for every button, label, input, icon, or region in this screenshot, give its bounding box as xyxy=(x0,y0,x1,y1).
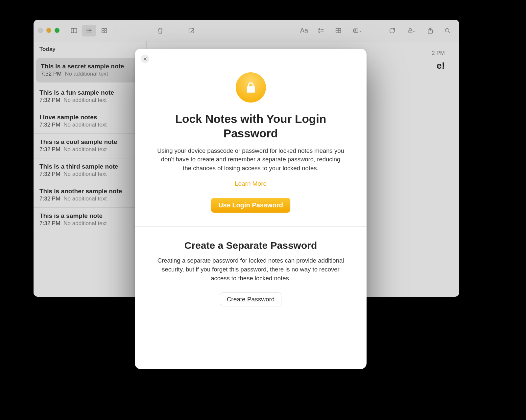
note-title-fragment: e! xyxy=(437,60,445,71)
note-item-subline: 7:32 PMNo additional text xyxy=(41,71,139,77)
toolbar-separator xyxy=(116,26,116,35)
list-heading: Today xyxy=(34,41,146,56)
note-item-title: I love sample notes xyxy=(39,114,140,121)
svg-rect-20 xyxy=(354,29,358,32)
link-note-icon[interactable] xyxy=(385,25,399,36)
note-item-time: 7:32 PM xyxy=(39,171,60,177)
fullscreen-window-dot[interactable] xyxy=(55,28,60,33)
note-item-time: 7:32 PM xyxy=(39,97,60,104)
traffic-lights xyxy=(38,28,60,33)
note-item-subline: 7:32 PMNo additional text xyxy=(39,171,140,177)
svg-rect-0 xyxy=(71,28,77,33)
svg-line-27 xyxy=(449,32,450,33)
note-date: 2 PM xyxy=(432,50,445,57)
note-item-preview: No additional text xyxy=(63,122,107,128)
svg-rect-8 xyxy=(102,28,104,30)
note-list-item[interactable]: This is a sample note7:32 PMNo additiona… xyxy=(34,208,146,232)
note-list-item[interactable]: This is another sample note7:32 PMNo add… xyxy=(34,183,146,208)
note-item-title: This is a secret sample note xyxy=(41,63,139,70)
list-view-icon[interactable] xyxy=(82,25,96,36)
note-item-preview: No additional text xyxy=(63,220,107,227)
trash-icon[interactable] xyxy=(153,25,168,36)
note-list-item[interactable]: This is a cool sample note7:32 PMNo addi… xyxy=(34,134,146,158)
note-item-time: 7:32 PM xyxy=(39,146,60,153)
svg-point-22 xyxy=(390,28,395,33)
note-item-preview: No additional text xyxy=(63,97,107,104)
notes-list-column: Today This is a secret sample note7:32 P… xyxy=(34,41,147,297)
compose-icon[interactable] xyxy=(184,25,199,36)
format-text-icon[interactable]: Aa xyxy=(297,25,311,36)
sheet-divider xyxy=(135,226,367,227)
svg-point-4 xyxy=(86,32,87,33)
gallery-view-icon[interactable] xyxy=(97,25,111,36)
note-list-item[interactable]: This is a third sample note7:32 PMNo add… xyxy=(34,158,146,183)
svg-rect-9 xyxy=(105,28,107,30)
note-item-preview: No additional text xyxy=(63,196,107,202)
sheet-heading-1: Lock Notes with Your Login Password xyxy=(153,112,348,141)
learn-more-link[interactable]: Learn More xyxy=(153,180,348,187)
checklist-icon[interactable] xyxy=(314,25,328,36)
note-item-subline: 7:32 PMNo additional text xyxy=(39,196,140,202)
note-item-preview: No additional text xyxy=(65,71,108,77)
lock-notes-sheet: Lock Notes with Your Login Password Usin… xyxy=(135,49,367,369)
minimize-window-dot[interactable] xyxy=(46,28,51,33)
note-item-title: This is a sample note xyxy=(39,212,140,220)
svg-rect-11 xyxy=(105,31,107,33)
sheet-body-1: Using your device passcode or password f… xyxy=(157,147,345,173)
note-item-subline: 7:32 PMNo additional text xyxy=(39,122,140,128)
view-group xyxy=(67,25,111,36)
sheet-body-2: Creating a separate password for locked … xyxy=(157,256,345,283)
svg-rect-10 xyxy=(102,31,104,33)
table-icon[interactable] xyxy=(331,25,346,36)
note-list-item[interactable]: I love sample notes7:32 PMNo additional … xyxy=(34,109,146,134)
note-item-time: 7:32 PM xyxy=(41,71,61,77)
svg-rect-12 xyxy=(189,28,194,33)
media-icon[interactable]: ⌄ xyxy=(348,25,367,36)
svg-rect-24 xyxy=(409,30,412,33)
chevron-down-icon: ⌄ xyxy=(359,28,362,33)
note-item-time: 7:32 PM xyxy=(39,122,60,128)
create-password-button[interactable]: Create Password xyxy=(220,292,282,306)
share-icon[interactable] xyxy=(423,25,438,36)
note-item-title: This is a third sample note xyxy=(39,163,140,170)
note-item-subline: 7:32 PMNo additional text xyxy=(39,220,140,227)
toolbar: Aa ⌄ ⌄ xyxy=(34,20,459,41)
note-item-time: 7:32 PM xyxy=(39,196,60,202)
lock-badge-icon xyxy=(236,72,266,103)
sidebar-toggle-icon[interactable] xyxy=(67,25,81,36)
close-sheet-button[interactable] xyxy=(141,55,149,63)
svg-point-2 xyxy=(86,29,87,30)
note-item-title: This is a fun sample note xyxy=(39,89,140,96)
note-item-preview: No additional text xyxy=(63,171,107,177)
search-icon[interactable] xyxy=(440,25,455,36)
close-icon xyxy=(143,57,147,61)
note-item-subline: 7:32 PMNo additional text xyxy=(39,97,140,104)
lock-icon[interactable]: ⌄ xyxy=(402,25,420,36)
note-list-item[interactable]: This is a secret sample note7:32 PMNo ad… xyxy=(36,58,144,82)
note-item-title: This is another sample note xyxy=(39,188,140,195)
svg-point-15 xyxy=(319,31,320,33)
svg-point-3 xyxy=(86,30,87,31)
sheet-heading-2: Create a Separate Password xyxy=(153,240,348,251)
note-item-title: This is a cool sample note xyxy=(39,138,140,146)
note-item-subline: 7:32 PMNo additional text xyxy=(39,146,140,153)
close-window-dot[interactable] xyxy=(38,28,43,33)
chevron-down-icon: ⌄ xyxy=(412,28,416,33)
svg-point-26 xyxy=(445,28,449,32)
note-list-item[interactable]: This is a fun sample note7:32 PMNo addit… xyxy=(34,84,146,109)
note-item-time: 7:32 PM xyxy=(39,220,60,227)
use-login-password-button[interactable]: Use Login Password xyxy=(211,198,290,213)
note-item-preview: No additional text xyxy=(63,146,107,153)
